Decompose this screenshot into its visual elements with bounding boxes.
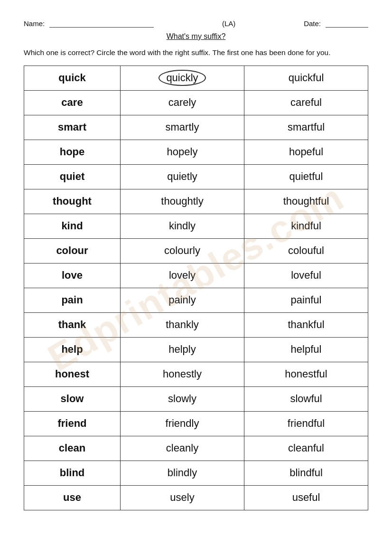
table-row: hopehopelyhopeful bbox=[24, 140, 368, 164]
ful-word: painful bbox=[244, 288, 368, 312]
ly-word: quietly bbox=[121, 164, 244, 189]
base-word: hope bbox=[24, 140, 121, 164]
table-row: cleancleanlycleanful bbox=[24, 436, 368, 461]
base-word: use bbox=[24, 485, 121, 510]
ly-word: usely bbox=[121, 485, 244, 510]
name-section: Name: bbox=[24, 19, 154, 28]
table-row: slowslowlyslowful bbox=[24, 386, 368, 411]
table-row: painpainlypainful bbox=[24, 288, 368, 312]
ful-word: hopeful bbox=[244, 140, 368, 164]
ly-word: slowly bbox=[121, 386, 244, 411]
table-row: quickquicklyquickful bbox=[24, 66, 368, 90]
base-word: slow bbox=[24, 386, 121, 411]
instructions: Which one is correct? Circle the word wi… bbox=[24, 47, 368, 58]
ful-word: honestful bbox=[244, 362, 368, 386]
ful-word: blindful bbox=[244, 461, 368, 485]
ly-word: hopely bbox=[121, 140, 244, 164]
table-row: smartsmartlysmartful bbox=[24, 115, 368, 140]
ful-word: thankful bbox=[244, 312, 368, 337]
date-line bbox=[326, 19, 368, 28]
base-word: quiet bbox=[24, 164, 121, 189]
table-row: friendfriendlyfriendful bbox=[24, 411, 368, 436]
circled-word: quickly bbox=[159, 70, 205, 86]
date-label: Date: bbox=[304, 19, 321, 28]
table-row: carecarelycareful bbox=[24, 90, 368, 115]
ful-word: helpful bbox=[244, 337, 368, 362]
base-word: honest bbox=[24, 362, 121, 386]
ly-word: quickly bbox=[121, 66, 244, 90]
ly-word: honestly bbox=[121, 362, 244, 386]
table-row: useuselyuseful bbox=[24, 485, 368, 510]
base-word: kind bbox=[24, 214, 121, 238]
ful-word: cleanful bbox=[244, 436, 368, 461]
table-row: thoughtthoughtlythoughtful bbox=[24, 189, 368, 214]
ful-word: thoughtful bbox=[244, 189, 368, 214]
table-row: honesthonestlyhonestful bbox=[24, 362, 368, 386]
ly-word: helply bbox=[121, 337, 244, 362]
base-word: pain bbox=[24, 288, 121, 312]
table-row: lovelovelyloveful bbox=[24, 263, 368, 288]
base-word: love bbox=[24, 263, 121, 288]
date-section: Date: bbox=[304, 19, 368, 28]
base-word: friend bbox=[24, 411, 121, 436]
base-word: thank bbox=[24, 312, 121, 337]
ly-word: lovely bbox=[121, 263, 244, 288]
table-row: colourcolourlycolouful bbox=[24, 238, 368, 263]
ly-word: carely bbox=[121, 90, 244, 115]
table-row: quietquietlyquietful bbox=[24, 164, 368, 189]
table-row: kindkindlykindful bbox=[24, 214, 368, 238]
suffix-table: quickquicklyquickfulcarecarelycarefulsma… bbox=[24, 66, 368, 510]
ful-word: quietful bbox=[244, 164, 368, 189]
base-word: clean bbox=[24, 436, 121, 461]
ful-word: smartful bbox=[244, 115, 368, 140]
ful-word: kindful bbox=[244, 214, 368, 238]
base-word: blind bbox=[24, 461, 121, 485]
name-label: Name: bbox=[24, 19, 45, 28]
ful-word: loveful bbox=[244, 263, 368, 288]
base-word: colour bbox=[24, 238, 121, 263]
ful-word: slowful bbox=[244, 386, 368, 411]
base-word: smart bbox=[24, 115, 121, 140]
la-label: (LA) bbox=[222, 19, 235, 28]
ful-word: quickful bbox=[244, 66, 368, 90]
page-title: What's my suffix? bbox=[24, 32, 368, 41]
header: Name: (LA) Date: bbox=[24, 19, 368, 28]
ly-word: colourly bbox=[121, 238, 244, 263]
ful-word: careful bbox=[244, 90, 368, 115]
ly-word: thankly bbox=[121, 312, 244, 337]
ful-word: useful bbox=[244, 485, 368, 510]
ly-word: thoughtly bbox=[121, 189, 244, 214]
base-word: care bbox=[24, 90, 121, 115]
table-row: helphelplyhelpful bbox=[24, 337, 368, 362]
ly-word: blindly bbox=[121, 461, 244, 485]
ly-word: painly bbox=[121, 288, 244, 312]
name-line bbox=[49, 19, 154, 28]
ly-word: smartly bbox=[121, 115, 244, 140]
base-word: thought bbox=[24, 189, 121, 214]
base-word: help bbox=[24, 337, 121, 362]
ly-word: friendly bbox=[121, 411, 244, 436]
base-word: quick bbox=[24, 66, 121, 90]
ly-word: cleanly bbox=[121, 436, 244, 461]
ful-word: colouful bbox=[244, 238, 368, 263]
table-row: blindblindlyblindful bbox=[24, 461, 368, 485]
ly-word: kindly bbox=[121, 214, 244, 238]
table-row: thankthanklythankful bbox=[24, 312, 368, 337]
ful-word: friendful bbox=[244, 411, 368, 436]
